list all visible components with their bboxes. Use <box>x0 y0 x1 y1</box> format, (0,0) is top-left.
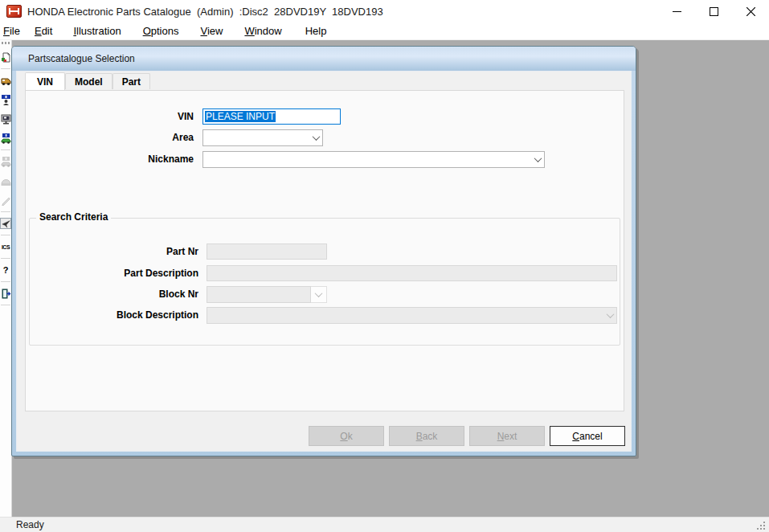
maximize-icon <box>710 7 718 16</box>
dialog-body: VIN Model Part VIN PLEASE INPUT Area Nic <box>16 71 632 452</box>
cancel-button[interactable]: Cancel <box>550 426 625 446</box>
chevron-down-icon <box>313 287 325 302</box>
menu-help[interactable]: Help <box>298 23 334 39</box>
chevron-down-icon <box>531 152 544 167</box>
window-title: HONDA Electronic Parts Catalogue (Admin)… <box>27 6 383 18</box>
part-nr-label: Part Nr <box>30 243 203 260</box>
ok-button: Ok <box>309 426 384 446</box>
tab-model[interactable]: Model <box>65 73 112 89</box>
nickname-label: Nickname <box>26 151 198 168</box>
search-criteria-group: Search Criteria Part Nr Part Description… <box>29 218 620 346</box>
chevron-down-icon <box>309 130 322 145</box>
toolbar-grip[interactable] <box>2 42 10 44</box>
vehicle-van-icon[interactable] <box>0 75 11 86</box>
minimize-button[interactable] <box>658 0 695 23</box>
menu-file[interactable]: File <box>0 23 27 39</box>
ics-icon[interactable]: ICS <box>0 241 11 252</box>
vin-tab-panel: VIN PLEASE INPUT Area Nickname <box>25 90 624 411</box>
nickname-combobox[interactable] <box>202 151 545 168</box>
block-nr-drop-button <box>311 286 327 303</box>
menu-view[interactable]: View <box>193 23 230 39</box>
area-combobox[interactable] <box>202 129 323 146</box>
menu-illustration[interactable]: Illustration <box>66 23 128 39</box>
vin-input[interactable]: PLEASE INPUT <box>202 108 341 125</box>
part-nr-input <box>207 243 327 260</box>
car-parts-icon <box>0 156 11 167</box>
chevron-down-icon <box>603 308 616 323</box>
status-bar: Ready <box>0 517 769 532</box>
menu-bar: File Edit Illustration Options View Wind… <box>0 23 769 40</box>
block-nr-label: Block Nr <box>30 286 203 303</box>
maximize-button[interactable] <box>695 0 732 23</box>
monitor-presentation-icon[interactable] <box>0 113 11 125</box>
vin-selected-text: PLEASE INPUT <box>205 111 276 122</box>
plane-icon[interactable] <box>0 218 11 229</box>
car-info-icon[interactable] <box>0 133 11 144</box>
block-nr-combobox <box>207 286 327 303</box>
block-nr-value <box>207 286 311 303</box>
toolbar-separator <box>1 149 10 150</box>
tab-part[interactable]: Part <box>112 73 150 89</box>
menu-edit[interactable]: Edit <box>27 23 59 39</box>
part-description-input <box>207 265 617 281</box>
dialog-title: Partscatalogue Selection <box>28 53 135 64</box>
menu-window[interactable]: Window <box>237 23 288 39</box>
dome-cover-icon <box>0 175 11 186</box>
close-icon <box>747 7 755 16</box>
back-button: Back <box>389 426 464 446</box>
tab-vin[interactable]: VIN <box>25 72 65 90</box>
dialog-titlebar[interactable]: Partscatalogue Selection <box>12 47 636 71</box>
block-description-combobox <box>207 307 617 324</box>
area-label: Area <box>26 129 198 146</box>
catalogue-document-icon[interactable] <box>0 51 11 63</box>
close-button[interactable] <box>732 0 769 23</box>
part-description-label: Part Description <box>30 265 203 281</box>
menu-options[interactable]: Options <box>136 23 186 39</box>
resize-grip-icon[interactable] <box>755 520 766 530</box>
search-criteria-legend: Search Criteria <box>36 211 111 223</box>
next-button: Next <box>469 426 545 446</box>
toolbar-separator <box>1 211 10 212</box>
toolbar-separator <box>1 68 10 69</box>
minimize-icon <box>673 7 681 16</box>
honda-app-icon <box>6 5 22 18</box>
pencil-tool-icon <box>0 194 11 206</box>
partscatalogue-selection-dialog: Partscatalogue Selection VIN Model Part … <box>11 46 636 456</box>
exit-icon[interactable] <box>0 288 11 299</box>
window-titlebar: HONDA Electronic Parts Catalogue (Admin)… <box>0 0 769 23</box>
vin-label: VIN <box>26 108 198 125</box>
toolbar-separator <box>1 235 10 235</box>
mdi-client-area: ICS ? Partscatalogue Selection VIN Model <box>0 40 769 517</box>
status-text: Ready <box>16 519 44 530</box>
left-toolbar: ICS ? <box>0 40 12 517</box>
window-controls <box>658 0 769 23</box>
person-info-icon[interactable] <box>0 94 11 105</box>
help-icon[interactable]: ? <box>0 264 11 276</box>
tab-strip: VIN Model Part <box>25 72 150 89</box>
block-description-label: Block Description <box>30 307 203 324</box>
toolbar-separator <box>1 305 10 305</box>
toolbar-separator <box>1 258 10 259</box>
toolbar-separator <box>1 281 10 282</box>
